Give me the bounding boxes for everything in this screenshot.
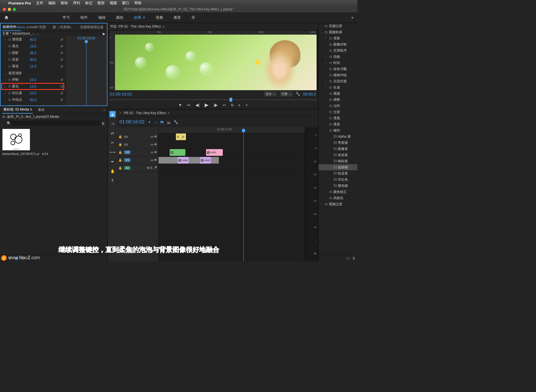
razor-tool-icon[interactable]: ✂ <box>109 140 116 146</box>
delete-icon[interactable]: 🗑 <box>352 256 356 260</box>
linked-icon[interactable]: ∩ <box>154 120 157 124</box>
effects-item[interactable]: ›🗀调整 <box>319 97 357 103</box>
slip-tool-icon[interactable]: ⟷ <box>109 149 116 155</box>
settings-icon2[interactable]: ⬓ <box>167 120 170 124</box>
tab-assets[interactable]: 素材 <box>37 106 46 113</box>
property-group[interactable]: ⌄溢出抑制 <box>1 103 65 106</box>
hand-tool-icon[interactable]: ✋ <box>109 168 116 174</box>
media-item-name[interactable]: AdobeStock_237397671.ai <box>2 152 39 156</box>
snap-icon[interactable]: ✦ <box>148 120 151 124</box>
effects-item[interactable]: 🎞Alpha 调 <box>319 133 357 140</box>
track-select-tool-icon[interactable]: ⇢ <box>109 121 116 127</box>
breadcrumb[interactable]: 副本_Pr_0...fect_1.prproj\03 Media <box>7 114 59 119</box>
toggle-icon[interactable]: ⇥ <box>96 106 99 106</box>
mark-in-icon[interactable]: ↤ <box>187 103 190 107</box>
menu-view[interactable]: 视图 <box>110 1 117 6</box>
mark-out-icon[interactable]: ↦ <box>223 103 226 107</box>
menu-graphics[interactable]: 图形 <box>97 1 105 6</box>
close-icon[interactable] <box>3 8 6 11</box>
effects-item[interactable]: ›🗀风格化 <box>319 195 357 201</box>
workspace-color[interactable]: 颜色 <box>116 14 124 21</box>
property-row[interactable]: ›Ò对比度10.0↺ <box>1 90 65 97</box>
effects-item[interactable]: ›🗀杂色与颗 <box>319 66 357 72</box>
workspace-overflow[interactable]: » <box>351 15 353 20</box>
effects-item[interactable]: ›🗀通道 <box>319 121 357 127</box>
effects-item[interactable]: ›🗀透视 <box>319 115 357 121</box>
track-header-a1[interactable]: 🔒A1M S 🎤 <box>117 164 158 172</box>
workspace-graphics[interactable]: 图形 <box>173 14 181 21</box>
effects-item[interactable]: 🎞超级键 <box>319 164 357 170</box>
media-thumbnail[interactable]: ~vector~ <box>2 129 30 150</box>
effects-item[interactable]: 🎞亮度键 <box>319 140 357 146</box>
effects-item[interactable]: ›🗀实用程序 <box>319 47 357 54</box>
timeline-clip[interactable] <box>166 157 178 164</box>
property-row[interactable]: ›Ò柔化13.0↺ <box>1 83 65 90</box>
workspace-learn[interactable]: 学习 <box>62 14 70 21</box>
play-only-icon[interactable]: ▶ <box>103 32 105 36</box>
timeline-clip[interactable] <box>189 157 200 164</box>
track-header-v2[interactable]: 🔒V2▭ 👁 <box>117 149 158 156</box>
master-clip-label[interactable]: 主要 * AdobeStock_... <box>2 31 35 36</box>
property-row[interactable]: ›Ò透明度40.0↺ <box>1 36 65 43</box>
effects-item[interactable]: ›🗀沉浸式视 <box>319 78 357 84</box>
menu-help[interactable]: 帮助 <box>134 1 142 6</box>
menu-file[interactable]: 文件 <box>36 1 43 6</box>
effects-item[interactable]: ›🗀视频 <box>319 90 357 97</box>
effects-item[interactable]: 🎞差值遮 <box>319 152 357 158</box>
home-icon[interactable] <box>4 15 9 20</box>
step-back-icon[interactable]: ◀| <box>195 103 200 107</box>
keyframe-playhead[interactable] <box>85 40 88 43</box>
ripple-tool-icon[interactable]: ⇄ <box>109 130 116 136</box>
effects-item[interactable]: 🎞轨道遮 <box>319 170 357 176</box>
quality-select[interactable]: 完整 ⌄ <box>280 91 293 97</box>
effects-item[interactable]: ›🗀颜色校正 <box>319 189 357 195</box>
timeline-playhead[interactable] <box>243 127 244 261</box>
effects-item[interactable]: ›🗀模糊与锐 <box>319 72 357 78</box>
timeline-clip[interactable]: fx Adob <box>206 149 223 156</box>
type-tool-icon[interactable]: T <box>109 178 116 184</box>
effects-item[interactable]: ›🗀扭曲 <box>319 54 357 60</box>
effects-item[interactable]: ⌄🗀视频效果 <box>319 29 357 35</box>
tab-bin-media[interactable]: 素材箱: 03 Media ≡ <box>2 106 33 114</box>
property-row[interactable]: ›Ò高光13.0↺ <box>1 43 65 50</box>
timeline-tracks[interactable]: 01:00:11:09 交交 fxfx Adob fx Adobfx Adob <box>159 127 305 261</box>
add-marker-icon[interactable]: ▼ <box>178 103 182 107</box>
property-row[interactable]: ›Ò阴影36.0↺ <box>1 50 65 56</box>
search-input[interactable] <box>8 121 100 126</box>
new-bin-icon[interactable]: ◧ <box>102 121 105 125</box>
lift-icon[interactable]: ⎘ <box>231 103 233 107</box>
menu-markers[interactable]: 标记 <box>85 1 92 6</box>
timeline-timecode[interactable]: 01:00:16:02 <box>119 119 145 125</box>
menu-sequence[interactable]: 序列 <box>73 1 80 6</box>
timeline-clip[interactable] <box>159 157 166 164</box>
effects-item[interactable]: ›🗀图像控制 <box>319 41 357 47</box>
effects-item[interactable]: ›🗀生成 <box>319 84 357 90</box>
menu-edit[interactable]: 编辑 <box>48 1 56 6</box>
share-icon[interactable]: ↗ <box>102 106 105 106</box>
property-row[interactable]: ›Ò抑制10.0↺ <box>1 77 65 83</box>
tab-source-monitor[interactable]: 源:（无剪辑） <box>51 24 75 31</box>
workspace-audio[interactable]: 音频 <box>155 14 164 21</box>
timeline-clip[interactable]: fx Adob <box>200 157 211 164</box>
effects-item[interactable]: ›🗀视频过渡 <box>319 201 357 207</box>
workspace-effects[interactable]: 效果≡ <box>133 14 146 21</box>
effects-item[interactable]: 🎞图像遮 <box>319 146 357 152</box>
workspace-editing[interactable]: 编辑 <box>98 14 106 21</box>
program-timecode[interactable]: 01:00:16:02 <box>110 92 132 96</box>
step-forward-icon[interactable]: |▶ <box>214 103 218 107</box>
export-frame-icon[interactable]: » <box>238 103 241 107</box>
effects-item[interactable]: ›🗀音频过渡 <box>319 23 357 29</box>
property-row[interactable]: ›Ò容差90.0↺ <box>1 56 65 63</box>
settings-icon[interactable]: 🔧 <box>296 92 300 96</box>
property-row[interactable]: ›Ò中间点50.0↺ <box>1 97 65 103</box>
effects-item[interactable]: ›🗀时间 <box>319 60 357 66</box>
property-group[interactable]: ⌄遮罩清除 <box>1 70 65 77</box>
workspace-libraries[interactable]: 库 <box>191 14 196 21</box>
maximize-icon[interactable] <box>13 8 16 11</box>
add-button-icon[interactable]: + <box>245 103 248 107</box>
bin-icon[interactable]: 🗀 <box>2 115 6 119</box>
effects-item[interactable]: ›🗀过时 <box>319 103 357 109</box>
selection-tool-icon[interactable]: ▲ <box>109 111 116 117</box>
timeline-clip[interactable]: 交 <box>176 133 181 140</box>
filter-icon[interactable]: ▼ <box>90 106 94 106</box>
